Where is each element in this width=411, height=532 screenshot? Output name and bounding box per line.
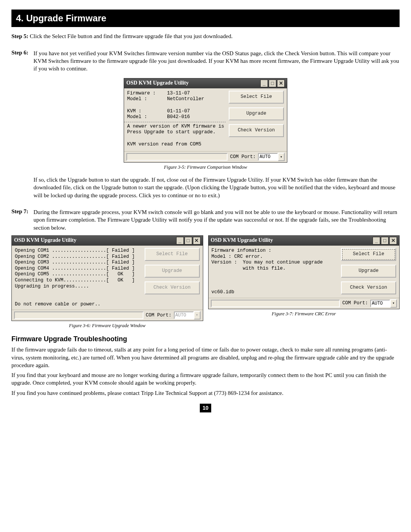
comport-combo[interactable]: AUTO ▾ [370,299,397,308]
troubleshoot-p1: If the firmware upgrade fails due to tim… [11,346,400,369]
window-title: OSD KVM Upgrade Utility [14,237,76,244]
figure-caption: Figure 3-6: Firmware Upgrade Window [11,323,203,329]
chevron-down-icon[interactable]: ▾ [194,311,201,320]
select-file-button[interactable]: Select File [229,91,284,104]
comport-label: COM Port: [342,300,368,307]
chevron-down-icon[interactable]: ▾ [278,153,285,161]
comport-combo[interactable]: AUTO ▾ [174,311,201,320]
window-firmware-compare: OSD KVM Upgrade Utility _ □ ✕ Firmware :… [124,78,287,163]
select-file-button[interactable]: Select File [145,248,200,261]
status-sunken [211,300,340,307]
comport-combo[interactable]: AUTO ▾ [258,153,285,161]
minimize-icon[interactable]: _ [260,80,268,87]
minimize-icon[interactable]: _ [176,237,184,244]
log-pane: Firmware infomation : Model : CRC error.… [209,246,338,298]
step-label: Step 6: [11,50,29,56]
maximize-icon[interactable]: □ [269,80,276,87]
page-number: 10 [200,404,211,412]
upgrade-button[interactable]: Upgrade [229,107,284,120]
check-version-button[interactable]: Check Version [229,124,284,137]
close-icon[interactable]: ✕ [277,80,285,87]
log-pane: Opening COM1 ...................[ Failed… [12,246,142,310]
step-label: Step 5: [11,33,29,39]
close-icon[interactable]: ✕ [389,237,397,244]
troubleshoot-heading: Firmware Upgrade Troubleshooting [11,334,400,343]
titlebar: OSD KVM Upgrade Utility _ □ ✕ [209,236,400,246]
step-label: Step 7: [11,208,29,214]
figure-caption: Figure 3-5: Firmware Comparison Window [124,164,287,171]
step-text: If you have not yet verified your KVM Sw… [33,50,400,73]
chevron-down-icon[interactable]: ▾ [390,299,397,308]
troubleshooting-section: Firmware Upgrade Troubleshooting If the … [11,334,400,397]
check-version-button[interactable]: Check Version [145,281,200,294]
section-header: 4. Upgrade Firmware [11,10,400,27]
step6-after: If so, click the Upgrade button to start… [33,176,400,199]
comport-value: AUTO [174,312,194,319]
minimize-icon[interactable]: _ [373,237,380,244]
log-text-mid: A newer version of KVM firmware is avail… [124,122,226,148]
step-5: Step 5: Click the Select File button and… [11,32,400,40]
check-version-button[interactable]: Check Version [341,281,396,294]
comport-value: AUTO [370,300,390,307]
step-7: Step 7: During the firmware upgrade proc… [11,208,400,232]
comport-label: COM Port: [230,154,256,160]
comport-value: AUTO [258,153,278,161]
figure-3-5: OSD KVM Upgrade Utility _ □ ✕ Firmware :… [124,78,287,171]
step-text: During the firmware upgrade process, you… [33,208,400,232]
step-text: Click the Select File button and find th… [30,33,233,39]
troubleshoot-p2: If you find that your keyboard and mouse… [11,371,400,387]
log-pane: Firmware : 13-11-07 Model : NetControlle… [124,88,226,152]
figures-row: OSD KVM Upgrade Utility _ □ ✕ Opening CO… [11,235,400,329]
upgrade-button[interactable]: Upgrade [341,265,396,278]
log-text-top: Firmware : 13-11-07 Model : NetControlle… [127,91,204,120]
window-firmware-upgrade: OSD KVM Upgrade Utility _ □ ✕ Opening CO… [11,235,203,321]
maximize-icon[interactable]: □ [185,237,192,244]
titlebar: OSD KVM Upgrade Utility _ □ ✕ [12,236,203,246]
troubleshoot-p3: If you find you have continued problems,… [11,389,400,397]
figure-caption: Figure 3-7: Firmware CRC Error [208,311,400,317]
window-title: OSD KVM Upgrade Utility [211,237,273,244]
titlebar: OSD KVM Upgrade Utility _ □ ✕ [124,78,287,88]
step-6: Step 6: If you have not yet verified you… [11,49,400,73]
status-sunken [126,153,228,161]
close-icon[interactable]: ✕ [193,237,201,244]
window-firmware-crc-error: OSD KVM Upgrade Utility _ □ ✕ Firmware i… [208,235,400,309]
upgrade-button[interactable]: Upgrade [145,265,200,278]
comport-label: COM Port: [146,312,172,319]
window-title: OSD KVM Upgrade Utility [126,80,189,87]
status-sunken [14,312,143,319]
select-file-button[interactable]: Select File [341,248,396,261]
maximize-icon[interactable]: □ [381,237,389,244]
